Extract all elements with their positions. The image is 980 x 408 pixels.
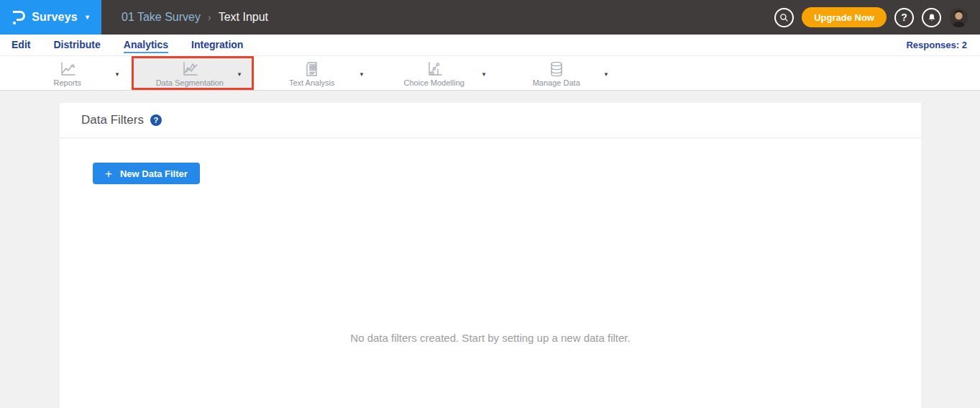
toolbar-item-label: Manage Data (533, 78, 580, 87)
questionpro-logo-icon (11, 9, 25, 26)
toolbar-item-manage-data[interactable]: Manage Data ▾ (498, 56, 620, 90)
chevron-down-icon: ▼ (84, 14, 91, 21)
data-filters-panel: Data Filters ? + New Data Filter No data… (60, 103, 921, 408)
chevron-down-icon[interactable]: ▾ (116, 68, 119, 78)
document-grid-icon (304, 60, 320, 78)
surveys-menu-label: Surveys (32, 11, 78, 24)
toolbar-item-label: Choice Modelling (404, 78, 464, 87)
data-filters-body: + New Data Filter No data filters create… (60, 138, 921, 344)
help-icon[interactable]: ? (150, 114, 162, 126)
toolbar-item-label: Text Analysis (289, 78, 335, 87)
breadcrumb-current-page: Text Input (219, 11, 268, 24)
line-chart-icon (58, 60, 77, 78)
segmentation-chart-icon (180, 60, 199, 78)
tab-distribute[interactable]: Distribute (53, 37, 100, 53)
plus-icon: + (105, 168, 112, 180)
tab-integration[interactable]: Integration (191, 37, 243, 53)
tab-edit[interactable]: Edit (12, 37, 30, 53)
breadcrumb-separator: › (208, 12, 211, 23)
chevron-down-icon[interactable]: ▾ (482, 68, 486, 78)
upgrade-now-button[interactable]: Upgrade Now (802, 7, 887, 27)
analytics-toolbar: Reports ▾ Data Segmentation ▾ (0, 56, 980, 91)
toolbar-item-text-analysis[interactable]: Text Analysis ▾ (254, 56, 376, 90)
surveys-app-menu[interactable]: Surveys ▼ (0, 0, 101, 35)
question-mark-icon: ? (901, 12, 907, 23)
data-filters-header: Data Filters ? (60, 103, 921, 138)
chevron-down-icon[interactable]: ▾ (605, 68, 608, 78)
toolbar-item-reports[interactable]: Reports ▾ (9, 56, 132, 90)
tab-analytics[interactable]: Analytics (124, 37, 168, 53)
bell-icon (928, 13, 936, 22)
topbar-actions: Upgrade Now ? (774, 7, 980, 27)
section-tabs: Edit Distribute Analytics Integration Re… (0, 35, 980, 56)
database-icon (548, 60, 565, 78)
breadcrumb-survey-link[interactable]: 01 Take Survey (122, 11, 201, 24)
responses-count: Responses: 2 (906, 40, 980, 50)
breadcrumb: 01 Take Survey › Text Input (122, 11, 268, 24)
scatter-chart-icon (425, 60, 444, 78)
chevron-down-icon[interactable]: ▾ (238, 68, 242, 78)
new-data-filter-label: New Data Filter (120, 168, 188, 179)
search-icon (779, 13, 789, 22)
search-button[interactable] (774, 8, 794, 27)
toolbar-item-data-segmentation[interactable]: Data Segmentation ▾ (132, 56, 254, 90)
toolbar-item-label: Reports (53, 78, 81, 87)
new-data-filter-button[interactable]: + New Data Filter (93, 163, 200, 184)
toolbar-item-choice-modelling[interactable]: Choice Modelling ▾ (376, 56, 498, 90)
help-button[interactable]: ? (894, 8, 914, 27)
notifications-button[interactable] (922, 8, 941, 27)
topbar: Surveys ▼ 01 Take Survey › Text Input Up… (0, 0, 980, 35)
empty-state-message: No data filters created. Start by settin… (93, 332, 888, 344)
page-title: Data Filters (81, 113, 144, 127)
avatar[interactable] (949, 8, 968, 27)
chevron-down-icon[interactable]: ▾ (360, 68, 364, 78)
toolbar-item-label: Data Segmentation (156, 78, 224, 87)
